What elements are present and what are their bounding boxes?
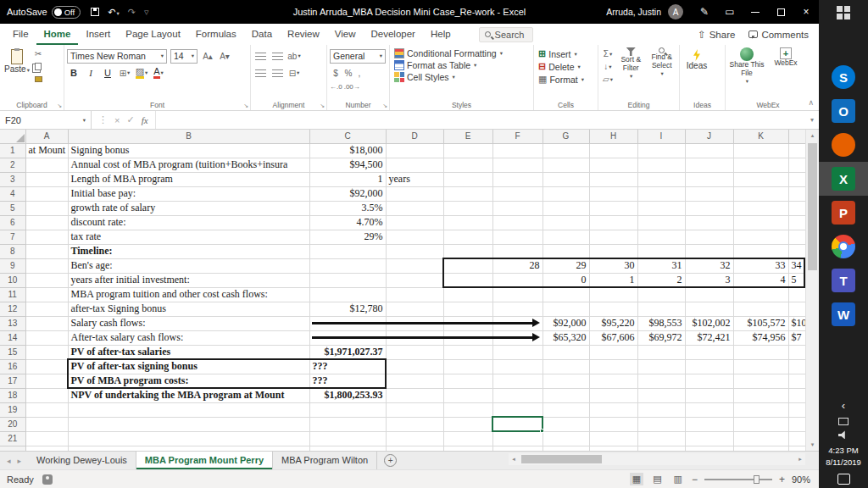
row-header-21[interactable]: 21 (0, 431, 25, 446)
start-button[interactable] (837, 6, 850, 19)
cell-L14[interactable]: $7 (788, 330, 805, 345)
cell-H12[interactable] (589, 302, 637, 316)
cell-G4[interactable] (542, 186, 589, 201)
cell-H16[interactable] (589, 359, 637, 374)
cell-H17[interactable] (589, 374, 637, 388)
cell-D3[interactable]: years (386, 172, 443, 186)
cell-I3[interactable] (637, 172, 685, 186)
cell-E4[interactable] (443, 186, 492, 201)
close-button[interactable]: × (793, 0, 819, 24)
row-header-1[interactable]: 1 (0, 143, 25, 158)
cell-E20[interactable] (443, 417, 492, 431)
cell-F11[interactable] (492, 287, 542, 302)
accounting-format-button[interactable]: $ (330, 67, 342, 80)
cell-B14[interactable]: After-tax salary cash flows: (68, 330, 309, 345)
cell-J18[interactable] (685, 388, 733, 402)
cell-I4[interactable] (637, 186, 685, 201)
restore-button[interactable] (768, 0, 793, 24)
cell-E10[interactable] (443, 273, 492, 287)
cell-E7[interactable] (443, 230, 492, 244)
cell-C15[interactable]: $1,971,027.37 (309, 345, 386, 359)
name-box[interactable]: F20▾ (0, 111, 92, 129)
cell-B8[interactable]: Timeline: (68, 244, 309, 258)
row-header-3[interactable]: 3 (0, 172, 25, 186)
cell-A21[interactable] (25, 431, 68, 446)
cell-C17[interactable]: ??? (309, 374, 386, 388)
cell-J5[interactable] (685, 201, 733, 215)
cell-G3[interactable] (542, 172, 589, 186)
cell-G14[interactable]: $65,320 (542, 330, 589, 345)
comma-style-button[interactable]: , (355, 67, 364, 80)
column-header-L[interactable]: L (788, 130, 805, 143)
column-header-J[interactable]: J (685, 130, 733, 143)
cell-L9[interactable]: 34 (788, 258, 805, 273)
cell-I7[interactable] (637, 230, 685, 244)
cancel-icon[interactable]: × (114, 115, 120, 125)
column-header-A[interactable]: A (25, 130, 68, 143)
cell-K20[interactable] (733, 417, 788, 431)
ribbon-tab-home[interactable]: Home (36, 24, 79, 45)
cell-A2[interactable] (25, 158, 68, 172)
column-header-F[interactable]: F (492, 130, 542, 143)
cell-J17[interactable] (685, 374, 733, 388)
cell-L7[interactable] (788, 230, 805, 244)
cell-G1[interactable] (542, 143, 589, 158)
cell-F12[interactable] (492, 302, 542, 316)
cell-I14[interactable]: $69,972 (637, 330, 685, 345)
conditional-formatting-button[interactable]: Conditional Formatting▾ (392, 47, 531, 59)
cell-L6[interactable] (788, 215, 805, 230)
cell-C20[interactable] (309, 417, 386, 431)
cell-H20[interactable] (589, 417, 637, 431)
webex-button[interactable]: + WebEx (769, 47, 803, 84)
font-name-combo[interactable]: Times New Roman▾ (67, 49, 167, 64)
cell-D15[interactable] (386, 345, 443, 359)
cell-I5[interactable] (637, 201, 685, 215)
find-select-button[interactable]: Find & Select▾ (648, 47, 677, 86)
ribbon-tab-review[interactable]: Review (280, 24, 327, 45)
sort-filter-button[interactable]: Sort & Filter▾ (616, 47, 646, 86)
cell-E5[interactable] (443, 201, 492, 215)
cell-F21[interactable] (492, 431, 542, 446)
cell-E9[interactable] (443, 258, 492, 273)
cell-F19[interactable] (492, 402, 542, 417)
format-cells-button[interactable]: ▦Format▾ (537, 73, 595, 86)
cell-H9[interactable]: 30 (589, 258, 637, 273)
row-header-18[interactable]: 18 (0, 388, 25, 402)
cell-L8[interactable] (788, 244, 805, 258)
cell-I9[interactable]: 31 (637, 258, 685, 273)
cell-L4[interactable] (788, 186, 805, 201)
cell-E13[interactable] (443, 316, 492, 330)
cell-A8[interactable] (25, 244, 68, 258)
cell-K2[interactable] (733, 158, 788, 172)
ribbon-tab-formulas[interactable]: Formulas (188, 24, 244, 45)
cell-K16[interactable] (733, 359, 788, 374)
cell-L11[interactable] (788, 287, 805, 302)
clipboard-dialog-launcher[interactable]: ↘ (57, 103, 62, 109)
cell-B21[interactable] (68, 431, 309, 446)
cell-L5[interactable] (788, 201, 805, 215)
cell-D11[interactable] (386, 287, 443, 302)
cell-J10[interactable]: 3 (685, 273, 733, 287)
font-dialog-launcher[interactable]: ↘ (243, 103, 248, 109)
cell-G21[interactable] (542, 431, 589, 446)
cell-I17[interactable] (637, 374, 685, 388)
cell-J16[interactable] (685, 359, 733, 374)
cell-A17[interactable] (25, 374, 68, 388)
cell-C18[interactable]: $1,800,253.93 (309, 388, 386, 402)
align-center-icon[interactable] (270, 67, 284, 80)
cell-H5[interactable] (589, 201, 637, 215)
accessibility-checker-icon[interactable] (42, 474, 53, 485)
cell-H3[interactable] (589, 172, 637, 186)
redo-button[interactable]: ↷ (128, 7, 136, 18)
increase-decimal-button[interactable]: ←.0 (330, 83, 342, 91)
cell-A15[interactable] (25, 345, 68, 359)
cell-A18[interactable] (25, 388, 68, 402)
cell-J1[interactable] (685, 143, 733, 158)
row-header-13[interactable]: 13 (0, 316, 25, 330)
row-header-17[interactable]: 17 (0, 374, 25, 388)
scroll-up-icon[interactable]: ▴ (806, 130, 819, 141)
cell-H14[interactable]: $67,606 (589, 330, 637, 345)
cell-G16[interactable] (542, 359, 589, 374)
row-header-16[interactable]: 16 (0, 359, 25, 374)
cell-styles-button[interactable]: Cell Styles▾ (392, 71, 531, 83)
